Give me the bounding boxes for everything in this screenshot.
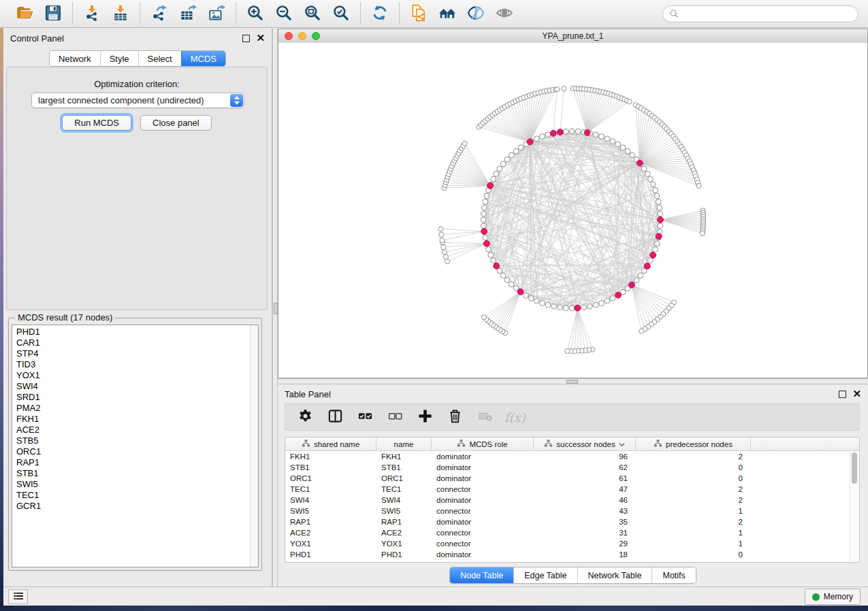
memory-button[interactable]: Memory — [805, 589, 861, 605]
mcds-result-node[interactable]: ORC1 — [16, 446, 258, 457]
horizontal-split-divider[interactable] — [278, 378, 868, 384]
table-settings-button[interactable] — [297, 409, 314, 426]
memory-status-icon — [812, 593, 820, 601]
column-header-MCDS-role[interactable]: MCDS role — [432, 437, 534, 450]
tab-style[interactable]: Style — [100, 51, 138, 66]
mcds-result-node[interactable]: PMA2 — [16, 403, 258, 414]
table-cell: PHD1 — [285, 550, 376, 559]
plus-icon — [417, 408, 433, 426]
import-network-button[interactable] — [82, 3, 102, 24]
mcds-result-node[interactable]: FKH1 — [16, 414, 258, 425]
column-header-successor-nodes[interactable]: successor nodes — [534, 437, 636, 450]
select-all-rows-button[interactable] — [357, 409, 374, 426]
mcds-tab-content: Optimization criterion: largest connecte… — [6, 67, 268, 310]
window-zoom-icon[interactable] — [312, 32, 320, 40]
close-panel-icon[interactable]: ✕ — [256, 34, 265, 42]
network-window-title: YPA_prune.txt_1 — [278, 31, 867, 41]
refresh-layout-button[interactable] — [370, 3, 390, 24]
mcds-result-node[interactable]: STP4 — [16, 348, 258, 359]
table-cell: 2 — [636, 518, 751, 526]
floppy-icon — [44, 4, 62, 24]
window-close-icon[interactable] — [285, 32, 293, 40]
table-row[interactable]: ORC1ORC1dominator610 — [285, 473, 859, 484]
task-history-button[interactable] — [8, 589, 28, 604]
horizontal-split-grabber[interactable] — [566, 380, 578, 384]
mcds-result-node[interactable]: PHD1 — [16, 327, 258, 337]
column-header-shared-name[interactable]: shared name — [285, 437, 376, 450]
mcds-result-node[interactable]: SRD1 — [16, 392, 258, 403]
table-tab-network-table[interactable]: Network Table — [577, 567, 652, 583]
table-tab-edge-table[interactable]: Edge Table — [513, 567, 577, 583]
search-input[interactable] — [662, 5, 858, 22]
table-cell: 62 — [534, 463, 636, 472]
table-row[interactable]: TEC1TEC1connector472 — [285, 484, 859, 495]
zoom-out-button[interactable] — [274, 3, 294, 24]
clone-network-button[interactable] — [408, 3, 429, 24]
mcds-result-node[interactable]: CAR1 — [16, 337, 258, 348]
table-row[interactable]: ACE2ACE2connector311 — [285, 527, 859, 538]
status-bar: Memory — [3, 587, 868, 606]
table-cell: ACE2 — [376, 529, 432, 537]
table-row[interactable]: SWI5SWI5connector431 — [285, 506, 859, 516]
table-tab-motifs[interactable]: Motifs — [652, 567, 695, 583]
float-table-panel-icon[interactable] — [839, 391, 846, 398]
table-cell: 0 — [636, 463, 751, 472]
table-tab-node-table[interactable]: Node Table — [450, 567, 513, 583]
mcds-result-node[interactable]: STB5 — [16, 435, 258, 446]
table-scrollbar-thumb[interactable] — [852, 452, 857, 484]
check-all-icon — [357, 408, 373, 426]
mcds-result-node[interactable]: SWI4 — [16, 381, 258, 392]
export-network-button[interactable] — [149, 3, 170, 24]
deselect-all-rows-button[interactable] — [387, 409, 404, 426]
import-table-button[interactable] — [110, 3, 131, 24]
column-header-predecessor-nodes[interactable]: predecessor nodes — [636, 437, 751, 450]
table-row[interactable]: STB1STB1dominator620 — [285, 462, 859, 473]
save-session-button[interactable] — [43, 3, 63, 24]
network-canvas[interactable] — [278, 43, 867, 378]
mcds-result-node[interactable]: GCR1 — [16, 501, 258, 512]
run-mcds-button[interactable]: Run MCDS — [62, 115, 131, 131]
table-cell: 18 — [534, 550, 636, 559]
optimization-criterion-select[interactable]: largest connected component (undirected) — [31, 93, 244, 108]
window-minimize-icon[interactable] — [298, 32, 306, 40]
close-panel-button[interactable]: Close panel — [140, 115, 212, 131]
zoom-fit-button[interactable] — [302, 3, 323, 24]
delete-column-button[interactable] — [447, 409, 464, 426]
table-row[interactable]: RAP1RAP1dominator352 — [285, 516, 859, 527]
table-cell: connector — [432, 529, 534, 537]
mcds-result-node[interactable]: TID3 — [16, 359, 258, 370]
table-scrollbar[interactable] — [850, 451, 858, 561]
mcds-result-node[interactable]: YOX1 — [16, 370, 258, 381]
vertical-split-divider[interactable] — [272, 29, 278, 587]
float-panel-icon[interactable] — [242, 35, 250, 42]
export-image-button[interactable] — [206, 3, 227, 24]
tab-select[interactable]: Select — [138, 51, 181, 66]
table-row[interactable]: FKH1FKH1dominator962 — [285, 451, 859, 462]
mcds-result-node[interactable]: STB1 — [16, 468, 258, 479]
hide-selected-button[interactable] — [466, 3, 486, 24]
tab-mcds[interactable]: MCDS — [181, 51, 225, 66]
table-cell: TEC1 — [376, 485, 432, 493]
table-row[interactable]: PHD1PHD1dominator180 — [285, 549, 859, 560]
mcds-result-node[interactable]: TEC1 — [16, 490, 258, 501]
result-list-scrollbar[interactable] — [250, 325, 258, 567]
export-table-button[interactable] — [178, 3, 198, 24]
table-row[interactable]: YOX1YOX1connector291 — [285, 538, 859, 549]
open-session-button[interactable] — [14, 3, 35, 24]
show-all-button[interactable] — [494, 3, 515, 24]
add-column-button[interactable] — [417, 409, 434, 426]
mcds-result-node[interactable]: SWI5 — [16, 479, 258, 490]
table-cell: connector — [432, 485, 534, 493]
column-header-name[interactable]: name — [376, 437, 432, 450]
zoom-out-icon — [275, 4, 293, 24]
zoom-selected-button[interactable] — [331, 3, 351, 24]
zoom-in-button[interactable] — [245, 3, 266, 24]
mcds-result-node[interactable]: RAP1 — [16, 457, 258, 468]
tab-network[interactable]: Network — [50, 51, 100, 66]
show-columns-button[interactable] — [327, 409, 344, 426]
mcds-result-node[interactable]: ACE2 — [16, 425, 258, 435]
table-cell: RAP1 — [376, 518, 432, 526]
first-neighbors-button[interactable] — [437, 3, 457, 24]
close-table-panel-icon[interactable]: ✕ — [852, 390, 861, 398]
table-row[interactable]: SWI4SWI4dominator462 — [285, 495, 859, 506]
